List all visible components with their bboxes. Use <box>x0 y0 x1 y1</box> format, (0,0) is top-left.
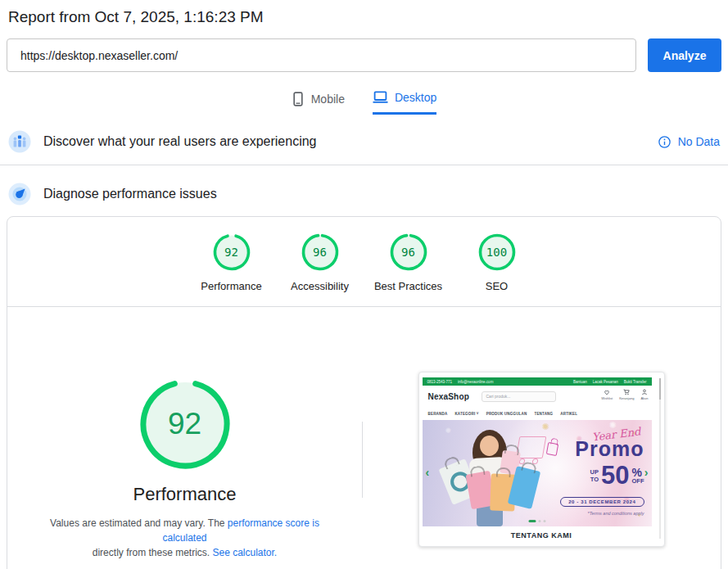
category-score-label: Best Practices <box>374 280 442 292</box>
promo-terms: *Terms and conditions apply <box>520 511 644 516</box>
disclaimer-text-2: directly from these metrics. <box>93 547 213 558</box>
field-data-heading: Discover what your real users are experi… <box>43 134 316 149</box>
section-divider <box>0 165 728 165</box>
site-header: NexaShop Cari produk... Wishlist <box>423 386 652 408</box>
cart-icon <box>623 389 630 395</box>
model-photo <box>480 436 499 456</box>
site-section-title: TENTANG KAMI <box>419 531 664 540</box>
site-cart: Keranjang <box>619 389 634 400</box>
carousel-dot <box>538 520 540 522</box>
no-data-label: No Data <box>678 135 720 148</box>
vertical-divider <box>362 422 363 498</box>
url-input[interactable] <box>7 38 636 72</box>
final-screenshot-thumbnail: 0813-2543-771 info@nexaonline.com Bantua… <box>418 372 665 547</box>
user-icon <box>641 389 648 395</box>
promo-up: UP <box>590 468 599 476</box>
performance-gauge-column: 92 Performance Values are estimated and … <box>7 307 362 560</box>
score-disclaimer: Values are estimated and may vary. The p… <box>33 516 337 560</box>
diagnose-gauge-icon <box>8 183 31 205</box>
site-nav-item: KATEGORI ˅ <box>454 412 478 416</box>
tab-mobile[interactable]: Mobile <box>292 91 345 115</box>
lab-data-section-header: Diagnose performance issues <box>8 183 720 205</box>
site-nav-item: ARTIKEL <box>560 412 577 416</box>
site-nav-item: BERANDA <box>428 412 448 416</box>
url-bar: Analyze <box>7 38 721 72</box>
category-score[interactable]: 96 Accessibility <box>276 233 364 292</box>
performance-gauge-title: Performance <box>133 484 237 505</box>
site-phone: 0813-2543-771 <box>427 380 453 384</box>
site-topbar-link: Bantuan <box>573 380 587 384</box>
info-icon <box>658 136 671 148</box>
site-topbar-link: Bukti Transfer <box>624 380 647 384</box>
tab-mobile-label: Mobile <box>311 93 345 106</box>
firework-decoration: ✺ <box>445 427 452 435</box>
real-users-icon <box>8 130 31 153</box>
carousel-dot <box>528 520 536 522</box>
category-score-label: Accessibility <box>291 280 349 292</box>
performance-gauge[interactable]: 92 <box>139 378 231 470</box>
desktop-laptop-icon <box>373 91 388 104</box>
site-scrollbar <box>659 378 661 539</box>
category-score[interactable]: 100 SEO <box>453 233 541 292</box>
device-tabs: Mobile Desktop <box>0 91 728 115</box>
promo-discount: 50 <box>601 465 629 486</box>
carousel-dot <box>543 520 545 522</box>
mobile-phone-icon <box>292 92 305 106</box>
site-nav-item: TENTANG <box>534 412 553 416</box>
site-nav-item: PRODUK UNGGULAN <box>486 412 527 416</box>
disclaimer-text: Values are estimated and may vary. The <box>50 517 228 529</box>
promo-percent: % <box>632 467 644 478</box>
site-nav: BERANDA KATEGORI ˅ PRODUK UNGGULAN TENTA… <box>423 409 652 418</box>
site-topbar: 0813-2543-771 info@nexaonline.com Bantua… <box>423 377 652 386</box>
category-score[interactable]: 92 Performance <box>188 233 276 292</box>
category-score-value: 96 <box>389 233 428 272</box>
site-hero-banner: ✺ ✺ ✺ ✦ ✺ ✺ ✦ <box>423 420 652 526</box>
site-logo: NexaShop <box>428 392 470 401</box>
promo-text-block: Year End Promo UP TO 50 % OFF <box>520 427 644 516</box>
carousel-prev-icon: ‹ <box>426 466 430 479</box>
see-calculator-link[interactable]: See calculator. <box>212 547 277 558</box>
site-wishlist: Wishlist <box>601 389 613 400</box>
promo-to: TO <box>590 476 599 483</box>
site-scrollbar-thumb <box>659 378 661 400</box>
site-search-box: Cari produk... <box>482 391 556 402</box>
tab-desktop-label: Desktop <box>395 91 436 104</box>
tab-desktop[interactable]: Desktop <box>373 91 436 115</box>
promo-off: OFF <box>632 478 644 485</box>
lab-data-heading: Diagnose performance issues <box>43 187 217 201</box>
performance-score-value: 92 <box>139 378 231 470</box>
category-score[interactable]: 96 Best Practices <box>364 233 453 292</box>
promo-date-pill: 20 - 31 DECEMBER 2024 <box>560 497 644 507</box>
site-email: info@nexaonline.com <box>458 380 493 384</box>
category-score-value: 92 <box>212 233 251 272</box>
heart-icon <box>604 389 610 395</box>
category-score-value: 100 <box>477 233 517 272</box>
lighthouse-report-card: 92 Performance 96 Accessibility 96 Best … <box>7 216 721 569</box>
site-account: Akun <box>640 389 648 400</box>
carousel-dots <box>528 520 545 522</box>
category-score-label: SEO <box>486 280 508 292</box>
category-score-label: Performance <box>201 280 261 292</box>
field-data-section-header: Discover what your real users are experi… <box>8 130 720 153</box>
promo-title: Promo <box>520 439 644 459</box>
page-title: Report from Oct 7, 2025, 1:16:23 PM <box>8 8 728 26</box>
score-summary: 92 Performance 96 Accessibility 96 Best … <box>7 217 721 292</box>
analyze-button[interactable]: Analyze <box>648 38 721 72</box>
performance-section: 92 Performance Values are estimated and … <box>7 307 721 560</box>
final-screenshot-column: 0813-2543-771 info@nexaonline.com Bantua… <box>362 307 721 560</box>
site-topbar-link: Lacak Pesanan <box>593 380 618 384</box>
carousel-next-icon: › <box>644 466 649 479</box>
category-score-value: 96 <box>301 233 340 272</box>
no-data-link[interactable]: No Data <box>658 135 720 148</box>
